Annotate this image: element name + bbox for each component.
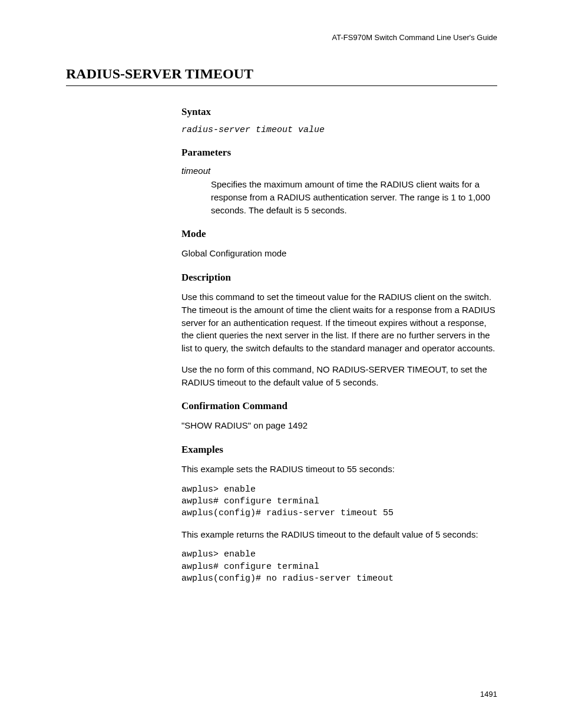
mode-heading: Mode bbox=[181, 228, 497, 240]
description-para1: Use this command to set the timeout valu… bbox=[181, 291, 497, 355]
mode-text: Global Configuration mode bbox=[181, 247, 497, 260]
parameter-description: Specifies the maximum amount of time the… bbox=[211, 178, 497, 216]
content-area: Syntax radius-server timeout value Param… bbox=[181, 106, 497, 593]
page-number: 1491 bbox=[480, 690, 497, 699]
syntax-text: radius-server timeout value bbox=[181, 125, 497, 135]
description-para2: Use the no form of this command, NO RADI… bbox=[181, 363, 497, 389]
example-intro-2: This example returns the RADIUS timeout … bbox=[181, 528, 497, 541]
parameters-heading: Parameters bbox=[181, 147, 497, 159]
example-code-1: awplus> enable awplus# configure termina… bbox=[181, 484, 497, 520]
confirmation-heading: Confirmation Command bbox=[181, 400, 497, 412]
example-intro-1: This example sets the RADIUS timeout to … bbox=[181, 463, 497, 476]
document-header: AT-FS970M Switch Command Line User's Gui… bbox=[332, 33, 497, 42]
page-title: RADIUS-SERVER TIMEOUT bbox=[66, 66, 497, 86]
confirmation-text: "SHOW RADIUS" on page 1492 bbox=[181, 419, 497, 432]
examples-heading: Examples bbox=[181, 444, 497, 456]
description-heading: Description bbox=[181, 272, 497, 284]
parameter-name: timeout bbox=[181, 166, 497, 176]
syntax-heading: Syntax bbox=[181, 106, 497, 118]
example-code-2: awplus> enable awplus# configure termina… bbox=[181, 549, 497, 585]
